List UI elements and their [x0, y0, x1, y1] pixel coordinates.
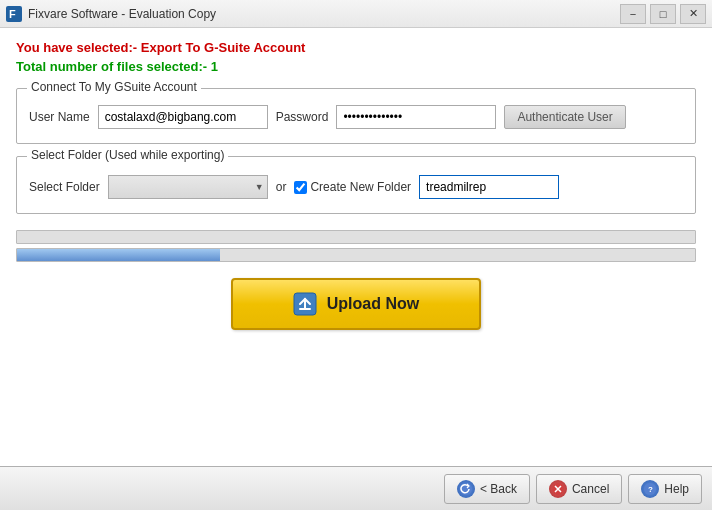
close-button[interactable]: ✕ — [680, 4, 706, 24]
progress-bar-2-fill — [17, 249, 220, 261]
connect-group-label: Connect To My GSuite Account — [27, 80, 201, 94]
help-label: Help — [664, 482, 689, 496]
window-controls: − □ ✕ — [620, 4, 706, 24]
maximize-button[interactable]: □ — [650, 4, 676, 24]
folder-select[interactable] — [108, 175, 268, 199]
progress-bar-1 — [16, 230, 696, 244]
or-text: or — [276, 180, 287, 194]
back-icon — [457, 480, 475, 498]
progress-bar-2 — [16, 248, 696, 262]
cancel-icon — [549, 480, 567, 498]
new-folder-input[interactable] — [419, 175, 559, 199]
folder-group: Select Folder (Used while exporting) Sel… — [16, 156, 696, 214]
status-line2: Total number of files selected:- 1 — [16, 59, 696, 74]
status-line1: You have selected:- Export To G-Suite Ac… — [16, 40, 696, 55]
help-icon: ? — [641, 480, 659, 498]
username-label: User Name — [29, 110, 90, 124]
back-label: < Back — [480, 482, 517, 496]
connect-row: User Name Password Authenticate User — [29, 105, 683, 129]
create-folder-checkbox[interactable] — [294, 181, 307, 194]
password-input[interactable] — [336, 105, 496, 129]
folder-select-wrapper — [108, 175, 268, 199]
username-input[interactable] — [98, 105, 268, 129]
upload-button-label: Upload Now — [327, 295, 419, 313]
upload-icon — [293, 292, 317, 316]
connect-group: Connect To My GSuite Account User Name P… — [16, 88, 696, 144]
cancel-button[interactable]: Cancel — [536, 474, 622, 504]
main-content: You have selected:- Export To G-Suite Ac… — [0, 28, 712, 466]
help-button[interactable]: ? Help — [628, 474, 702, 504]
password-label: Password — [276, 110, 329, 124]
progress-area — [16, 226, 696, 270]
upload-area: Upload Now — [16, 278, 696, 330]
select-folder-label: Select Folder — [29, 180, 100, 194]
titlebar: F Fixvare Software - Evaluation Copy − □… — [0, 0, 712, 28]
folder-row: Select Folder or Create New Folder — [29, 175, 683, 199]
cancel-label: Cancel — [572, 482, 609, 496]
svg-text:?: ? — [648, 485, 653, 494]
minimize-button[interactable]: − — [620, 4, 646, 24]
svg-text:F: F — [9, 8, 16, 20]
create-folder-label[interactable]: Create New Folder — [294, 180, 411, 194]
bottom-bar: < Back Cancel ? Help — [0, 466, 712, 510]
upload-button[interactable]: Upload Now — [231, 278, 481, 330]
authenticate-button[interactable]: Authenticate User — [504, 105, 625, 129]
app-icon: F — [6, 6, 22, 22]
create-folder-text: Create New Folder — [310, 180, 411, 194]
back-button[interactable]: < Back — [444, 474, 530, 504]
folder-group-label: Select Folder (Used while exporting) — [27, 148, 228, 162]
window-title: Fixvare Software - Evaluation Copy — [28, 7, 620, 21]
